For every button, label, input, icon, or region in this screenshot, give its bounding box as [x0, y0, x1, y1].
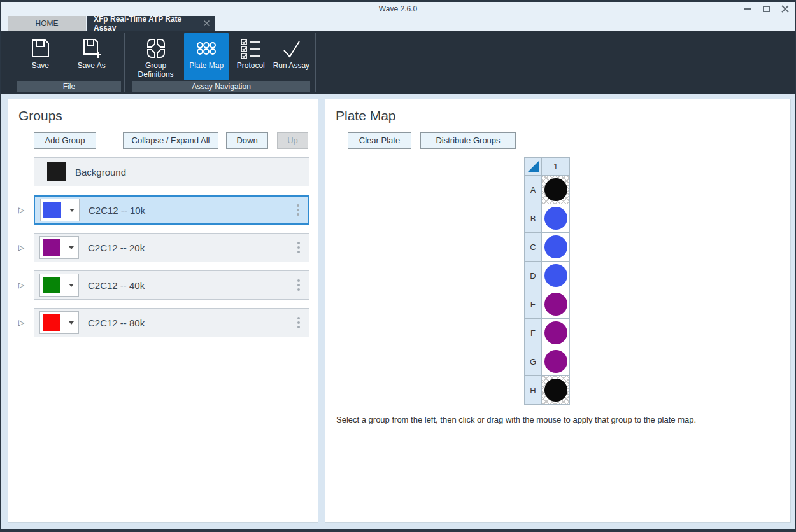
ribbon-group-file-label: File — [17, 81, 121, 92]
row-header[interactable]: A — [525, 176, 542, 204]
group-color-swatch — [43, 202, 61, 218]
save-label: Save — [22, 62, 59, 71]
row-header[interactable]: F — [525, 319, 542, 347]
group-options-kebab-icon[interactable] — [297, 279, 300, 291]
plate-well[interactable] — [542, 376, 570, 405]
save-icon — [28, 36, 52, 60]
plate-map-instruction: Select a group from the left, then click… — [336, 415, 782, 424]
ribbon-group-assay-navigation-label: Assay Navigation — [132, 81, 310, 92]
save-as-icon — [80, 36, 104, 60]
corner-triangle-icon — [527, 160, 539, 172]
row-header[interactable]: D — [525, 262, 542, 290]
run-assay-icon — [279, 36, 303, 60]
up-button[interactable]: Up — [277, 132, 308, 149]
plate-well[interactable] — [542, 262, 570, 290]
row-header[interactable]: H — [525, 376, 542, 405]
plate-well[interactable] — [542, 204, 570, 233]
group-color-swatch — [43, 239, 60, 256]
expander-icon[interactable] — [18, 280, 29, 290]
protocol-button[interactable]: Protocol — [232, 33, 269, 80]
groups-panel-title: Groups — [18, 108, 62, 123]
plate-well[interactable] — [542, 290, 570, 319]
chevron-down-icon — [69, 246, 74, 249]
group-list: Background C2C12 -- 10k — [34, 157, 309, 346]
group-options-kebab-icon[interactable] — [297, 317, 300, 328]
group-row[interactable]: C2C12 -- 10k — [34, 195, 309, 225]
group-color-dropdown[interactable] — [39, 236, 79, 259]
tab-close-icon[interactable] — [203, 20, 210, 27]
row-header[interactable]: E — [525, 290, 542, 319]
ribbon-separator — [315, 33, 316, 92]
row-header[interactable]: C — [525, 233, 542, 262]
plate-well[interactable] — [542, 176, 570, 204]
group-row-label: C2C12 -- 80k — [88, 318, 145, 328]
ribbon-separator — [124, 33, 125, 92]
tab-home-label: HOME — [36, 19, 59, 28]
save-as-button[interactable]: Save As — [73, 33, 110, 80]
row-header[interactable]: G — [525, 347, 542, 376]
column-header[interactable]: 1 — [542, 158, 570, 176]
down-button[interactable]: Down — [226, 132, 268, 149]
tab-home[interactable]: HOME — [8, 16, 86, 31]
plate-map-label: Plate Map — [188, 62, 225, 71]
chevron-down-icon — [69, 209, 75, 212]
well-group-circle — [544, 350, 567, 373]
clear-plate-button[interactable]: Clear Plate — [348, 132, 411, 149]
group-row-label: C2C12 -- 10k — [89, 205, 145, 216]
plate-well[interactable] — [542, 233, 570, 262]
group-row[interactable]: C2C12 -- 40k — [34, 270, 309, 300]
app-window: Wave 2.6.0 HOME XFp Real-Time ATP Rate A… — [0, 0, 796, 532]
plate-well[interactable] — [542, 347, 570, 376]
group-color-swatch — [43, 314, 60, 331]
minimize-icon[interactable] — [743, 4, 751, 13]
plate-grid: 1 A B C D E — [524, 157, 570, 405]
chevron-down-icon — [69, 321, 74, 325]
plate-map-panel: Plate Map Clear Plate Distribute Groups … — [325, 99, 791, 523]
group-row-label: Background — [75, 167, 126, 178]
group-row-background[interactable]: Background — [34, 157, 309, 186]
content-area: Groups Add Group Collapse / Expand All D… — [1, 94, 795, 529]
plate-map-button[interactable]: Plate Map — [184, 33, 229, 80]
tab-assay[interactable]: XFp Real-Time ATP Rate Assay — [87, 16, 215, 31]
run-assay-button[interactable]: Run Assay — [273, 33, 309, 80]
group-definitions-button[interactable]: Group Definitions — [131, 33, 181, 80]
close-icon[interactable] — [781, 4, 790, 13]
group-color-dropdown[interactable] — [39, 311, 79, 334]
distribute-groups-button[interactable]: Distribute Groups — [420, 132, 516, 149]
groups-panel: Groups Add Group Collapse / Expand All D… — [8, 99, 318, 523]
window-controls — [743, 2, 790, 16]
well-group-circle — [544, 207, 567, 230]
save-button[interactable]: Save — [22, 33, 59, 80]
group-row[interactable]: C2C12 -- 20k — [34, 233, 309, 262]
group-color-swatch — [43, 277, 60, 293]
tab-bar: HOME XFp Real-Time ATP Rate Assay — [1, 16, 795, 31]
well-group-circle — [544, 264, 567, 287]
group-color-swatch — [47, 162, 66, 181]
well-group-circle — [544, 379, 567, 402]
expander-icon[interactable] — [18, 205, 29, 215]
maximize-icon[interactable] — [762, 4, 771, 13]
group-row[interactable]: C2C12 -- 80k — [34, 308, 309, 337]
group-definitions-icon — [144, 36, 168, 60]
plate-map-icon — [194, 36, 218, 60]
ribbon-group-file: Save Save As File — [8, 31, 124, 94]
group-row-label: C2C12 -- 20k — [88, 242, 145, 253]
group-options-kebab-icon[interactable] — [297, 242, 300, 253]
chevron-down-icon — [69, 284, 74, 287]
group-color-dropdown[interactable] — [39, 274, 79, 297]
row-header[interactable]: B — [525, 204, 542, 233]
select-all-corner[interactable] — [525, 158, 542, 176]
protocol-label: Protocol — [232, 62, 269, 71]
well-group-circle — [544, 178, 567, 201]
expander-icon[interactable] — [18, 318, 29, 328]
plate-map-panel-title: Plate Map — [336, 108, 396, 123]
ribbon: Save Save As File — [1, 31, 795, 94]
expander-icon[interactable] — [18, 242, 29, 253]
collapse-expand-all-button[interactable]: Collapse / Expand All — [123, 132, 218, 149]
group-options-kebab-icon[interactable] — [297, 204, 299, 216]
run-assay-label: Run Assay — [273, 62, 309, 71]
add-group-button[interactable]: Add Group — [34, 132, 96, 149]
plate-well[interactable] — [542, 319, 570, 347]
well-group-circle — [544, 321, 567, 344]
group-color-dropdown[interactable] — [40, 199, 80, 221]
